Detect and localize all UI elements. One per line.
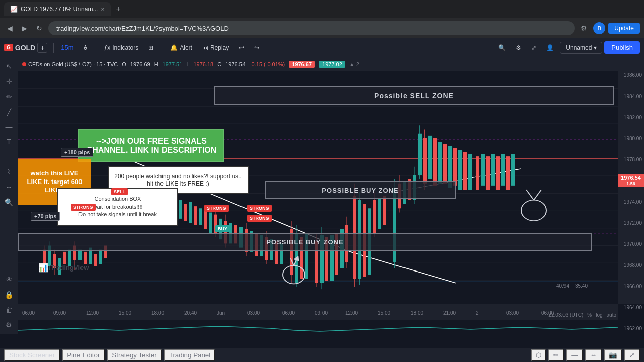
time-label: 20:40 bbox=[184, 310, 197, 316]
alert-button[interactable]: 🔔 Alert bbox=[166, 42, 196, 53]
possible-buy-box: POSSIBLE BUY ZONE bbox=[265, 181, 456, 199]
tradingview-toolbar: G GOLD + 15m 🕯 ƒx Indicators ⊞ 🔔 Alert ⏮… bbox=[0, 38, 644, 57]
dropdown-icon: ▾ bbox=[594, 44, 597, 51]
open-value: 1976.69 bbox=[130, 61, 150, 67]
svg-line-134 bbox=[534, 190, 541, 200]
text-tool[interactable]: T bbox=[2, 135, 16, 149]
eye-tool[interactable]: 👁 bbox=[2, 273, 16, 287]
svg-point-130 bbox=[283, 265, 305, 284]
replay-button[interactable]: ⏮ Replay bbox=[198, 42, 233, 53]
fullscreen-button[interactable]: ⤢ bbox=[527, 42, 540, 53]
measure-icon[interactable]: ↔ bbox=[585, 349, 602, 361]
publish-button[interactable]: Publish bbox=[604, 41, 640, 54]
lock-tool[interactable]: 🔒 bbox=[2, 288, 16, 302]
measure-tool[interactable]: ↔ bbox=[2, 180, 16, 194]
svg-rect-52 bbox=[189, 202, 192, 223]
draw-icon[interactable]: ⬡ bbox=[531, 349, 546, 361]
time-scale: 06:00 09:00 12:00 15:00 18:00 20:40 Jun … bbox=[18, 304, 618, 320]
tab-favicon: 📈 bbox=[10, 6, 18, 13]
settings-tool[interactable]: ⚙ bbox=[2, 318, 16, 332]
profile-button[interactable]: 👤 bbox=[542, 42, 558, 53]
indicators-icon: ƒx bbox=[104, 44, 111, 51]
pencil-icon[interactable]: ✏ bbox=[548, 349, 564, 361]
settings-button[interactable]: ⚙ bbox=[512, 42, 525, 53]
hline-tool[interactable]: — bbox=[2, 120, 16, 134]
stock-screener-tab[interactable]: Stock Screener bbox=[4, 349, 60, 361]
chart-type-button[interactable]: 🕯 bbox=[79, 43, 92, 52]
fib-tool[interactable]: ⌇ bbox=[2, 165, 16, 179]
redo-button[interactable]: ↪ bbox=[250, 42, 263, 53]
change-value: -0.15 (-0.01%) bbox=[250, 61, 285, 67]
svg-rect-109 bbox=[418, 134, 422, 175]
indicator-panel bbox=[18, 320, 618, 334]
svg-rect-114 bbox=[433, 138, 437, 186]
line-tool[interactable]: ╱ bbox=[2, 105, 16, 119]
camera-icon[interactable]: 📷 bbox=[604, 349, 622, 361]
time-label: 09:00 bbox=[53, 310, 66, 316]
svg-rect-34 bbox=[99, 250, 102, 264]
reload-button[interactable]: ↻ bbox=[33, 22, 45, 34]
trading-panel-tab[interactable]: Trading Panel bbox=[164, 349, 216, 361]
add-symbol-button[interactable]: + bbox=[37, 43, 47, 53]
price-level: 1972.00 bbox=[624, 220, 642, 226]
price-level: 1978.00 bbox=[624, 157, 642, 162]
browser-nav-actions: ⚙ B Update bbox=[578, 22, 640, 34]
shapes-tool[interactable]: □ bbox=[2, 150, 16, 164]
profile-avatar: B bbox=[593, 22, 605, 34]
price-scale: 1986.00 1984.00 1982.00 1980.00 1978.00 … bbox=[618, 71, 644, 304]
time-label: 21:00 bbox=[443, 310, 456, 316]
undo-button[interactable]: ↩ bbox=[235, 42, 248, 53]
svg-rect-55 bbox=[204, 210, 207, 229]
auto-btn[interactable]: auto bbox=[607, 312, 616, 318]
new-tab-button[interactable]: + bbox=[113, 4, 123, 15]
tabs-container: 📈 GOLD 1976.77 0% Unnam... ✕ + bbox=[4, 2, 124, 16]
chart-canvas[interactable]: Possible SELL ZONE POSSIBLE BUY ZONE -->… bbox=[18, 71, 618, 304]
time-label: 18:00 bbox=[411, 310, 423, 316]
log-btn[interactable]: log bbox=[596, 312, 602, 318]
timeframe-button[interactable]: 15m bbox=[58, 43, 76, 52]
templates-button[interactable]: ⊞ bbox=[144, 42, 157, 53]
crosshair-tool[interactable]: ✛ bbox=[2, 74, 16, 88]
alert-icon: 🔔 bbox=[170, 44, 178, 51]
symbol-name[interactable]: GOLD bbox=[15, 44, 35, 52]
svg-line-131 bbox=[294, 258, 297, 265]
price-level: 1974.00 bbox=[624, 199, 642, 205]
pine-editor-tab[interactable]: Pine Editor bbox=[62, 349, 105, 361]
strategy-tester-tab[interactable]: Strategy Tester bbox=[107, 349, 162, 361]
cursor-tool[interactable]: ↖ bbox=[2, 59, 16, 73]
update-button[interactable]: Update bbox=[608, 23, 640, 34]
low-label: L bbox=[186, 61, 189, 67]
svg-rect-122 bbox=[476, 156, 479, 190]
trash-tool[interactable]: 🗑 bbox=[2, 303, 16, 317]
address-bar[interactable] bbox=[48, 21, 575, 35]
expand-icon[interactable]: ⤢ bbox=[624, 349, 640, 361]
price-info-bar: CFDs on Gold (US$ / OZ) · 15 · TVC O 197… bbox=[18, 57, 644, 71]
price-level: 1970.00 bbox=[624, 241, 642, 247]
svg-line-17 bbox=[350, 252, 456, 283]
svg-rect-54 bbox=[199, 208, 202, 225]
svg-rect-50 bbox=[179, 200, 182, 219]
zoom-tool[interactable]: 🔍 bbox=[2, 195, 16, 209]
svg-rect-100 bbox=[383, 196, 386, 225]
price-level: 1984.00 bbox=[624, 94, 642, 99]
svg-rect-119 bbox=[458, 150, 462, 190]
tab-close-btn[interactable]: ✕ bbox=[101, 7, 105, 12]
svg-rect-56 bbox=[209, 213, 212, 233]
indicator-num: ▲ 2 bbox=[349, 61, 359, 67]
forward-button[interactable]: ▶ bbox=[19, 22, 30, 34]
tradingview-watermark: 📊 TradingView bbox=[38, 263, 89, 273]
back-button[interactable]: ◀ bbox=[4, 22, 16, 34]
extensions-btn[interactable]: ⚙ bbox=[578, 22, 590, 34]
indicators-button[interactable]: ƒx Indicators bbox=[100, 42, 143, 53]
time-label: 09:00 bbox=[315, 310, 328, 316]
current-price-badge: 1976.67 bbox=[289, 61, 315, 68]
search-button[interactable]: 🔍 bbox=[494, 42, 510, 53]
hline-icon[interactable]: — bbox=[566, 349, 583, 361]
account-badge: G bbox=[4, 44, 13, 51]
active-tab[interactable]: 📈 GOLD 1976.77 0% Unnam... ✕ bbox=[4, 2, 111, 16]
symbol-area: G GOLD + bbox=[4, 43, 47, 53]
svg-line-135 bbox=[526, 190, 534, 200]
price-level: 1982.00 bbox=[624, 115, 642, 120]
pencil-tool[interactable]: ✏ bbox=[2, 89, 16, 104]
layout-selector[interactable]: Unnamed ▾ bbox=[560, 42, 602, 54]
